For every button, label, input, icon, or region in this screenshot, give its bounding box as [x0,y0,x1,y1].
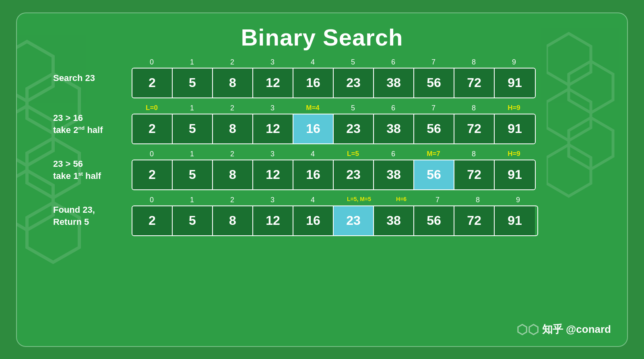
cell-3-0: 2 [132,206,173,235]
cell-3-5: 23 [334,206,374,235]
index-row-3: 0 1 2 3 4 L=5, M=5 H=6 7 8 9 [132,196,538,204]
cell-1-6: 38 [374,114,414,143]
idx-0-4: 4 [293,58,333,66]
idx-3-7: 7 [417,196,458,204]
cell-1-4: 16 [293,114,334,143]
idx-2-6: 6 [373,150,413,158]
label-step1: 23 > 16 take 2nd half [53,112,132,136]
array-row-1: 2 5 8 12 16 23 38 56 72 91 [132,114,536,144]
idx-0-3: 3 [252,58,293,66]
array-section-2: 0 1 2 3 4 L=5 6 M=7 8 H=9 2 5 8 12 16 [132,150,536,190]
idx-3-9: 9 [498,196,538,204]
cell-1-7: 56 [414,114,454,143]
idx-0-7: 7 [413,58,454,66]
cell-0-5: 23 [334,68,374,98]
label-step2: 23 > 56 take 1st half [53,158,132,182]
cell-0-7: 56 [414,68,454,98]
cell-2-4: 16 [293,160,334,189]
cell-2-3: 12 [253,160,293,189]
cell-0-6: 38 [374,68,414,98]
idx-3-5: L=5, M=5 [333,196,385,204]
idx-3-8: 8 [458,196,498,204]
idx-1-3: 3 [252,104,293,112]
cell-0-0: 2 [132,68,173,98]
idx-3-1: 1 [172,196,212,204]
idx-3-6: H=6 [385,196,417,204]
cell-2-7: 56 [414,160,454,189]
cell-2-1: 5 [173,160,213,189]
cell-3-8: 72 [454,206,495,235]
label-step2-line1: 23 > 56 [53,159,83,169]
row-step3: Found 23, Return 5 0 1 2 3 4 L=5, M=5 H=… [53,196,615,236]
cell-3-4: 16 [293,206,334,235]
cell-3-6: 38 [374,206,414,235]
array-row-2: 2 5 8 12 16 23 38 56 72 91 [132,160,536,190]
watermark: ⬡⬡ 知乎 @conard [516,322,611,337]
cell-2-0: 2 [132,160,173,189]
cell-0-9: 91 [495,68,535,98]
page-title: Binary Search [241,24,403,51]
label-step1-line1: 23 > 16 [53,113,83,123]
cell-0-3: 12 [253,68,293,98]
row-step1: 23 > 16 take 2nd half L=0 1 2 3 M=4 5 6 … [53,104,615,144]
idx-0-2: 2 [212,58,252,66]
cell-2-2: 8 [213,160,253,189]
idx-2-8: 8 [454,150,494,158]
idx-1-1: 1 [172,104,212,112]
cell-3-2: 8 [213,206,253,235]
cell-1-5: 23 [334,114,374,143]
idx-0-8: 8 [454,58,494,66]
idx-1-6: 6 [373,104,413,112]
idx-0-1: 1 [172,58,212,66]
watermark-logo: ⬡⬡ [516,322,539,337]
cell-0-4: 16 [293,68,334,98]
cell-0-2: 8 [213,68,253,98]
idx-0-5: 5 [333,58,373,66]
watermark-text: 知乎 @conard [542,322,611,336]
index-row-2: 0 1 2 3 4 L=5 6 M=7 8 H=9 [132,150,536,158]
idx-2-0: 0 [132,150,172,158]
cell-1-0: 2 [132,114,173,143]
cell-2-5: 23 [334,160,374,189]
index-row-0: 0 1 2 3 4 5 6 7 8 9 [132,58,536,66]
cell-3-3: 12 [253,206,293,235]
idx-1-5: 5 [333,104,373,112]
idx-1-0: L=0 [132,104,172,112]
cell-3-7: 56 [414,206,454,235]
array-row-3: 2 5 8 12 16 23 38 56 72 91 [132,205,538,236]
idx-2-9: H=9 [494,150,534,158]
index-row-1: L=0 1 2 3 M=4 5 6 7 8 H=9 [132,104,536,112]
idx-3-0: 0 [132,196,172,204]
label-step2-line2: take 1st half [53,171,101,181]
cell-1-1: 5 [173,114,213,143]
cell-0-8: 72 [454,68,495,98]
array-row-0: 2 5 8 12 16 23 38 56 72 91 [132,68,536,98]
idx-3-2: 2 [212,196,252,204]
idx-2-2: 2 [212,150,252,158]
idx-3-4: 4 [293,196,333,204]
cell-1-2: 8 [213,114,253,143]
array-section-1: L=0 1 2 3 M=4 5 6 7 8 H=9 2 5 8 12 16 [132,104,536,144]
idx-1-9: H=9 [494,104,534,112]
idx-1-2: 2 [212,104,252,112]
idx-3-3: 3 [252,196,293,204]
label-step3-line2: Return 5 [53,217,89,227]
idx-0-6: 6 [373,58,413,66]
cell-0-1: 5 [173,68,213,98]
idx-2-4: 4 [293,150,333,158]
array-section-0: 0 1 2 3 4 5 6 7 8 9 2 5 8 12 16 [132,58,536,98]
content-area: Search 23 0 1 2 3 4 5 6 7 8 9 2 5 8 [29,58,615,236]
label-step3: Found 23, Return 5 [53,204,132,228]
cell-2-9: 91 [495,160,535,189]
label-step1-line2: take 2nd half [53,125,103,135]
idx-1-7: 7 [413,104,454,112]
array-section-3: 0 1 2 3 4 L=5, M=5 H=6 7 8 9 2 5 8 12 16 [132,196,538,236]
cell-1-9: 91 [495,114,535,143]
idx-2-5: L=5 [333,150,373,158]
idx-0-9: 9 [494,58,534,66]
label-search23: Search 23 [53,72,132,84]
cell-1-3: 12 [253,114,293,143]
cell-2-6: 38 [374,160,414,189]
idx-1-4: M=4 [293,104,333,112]
idx-1-8: 8 [454,104,494,112]
